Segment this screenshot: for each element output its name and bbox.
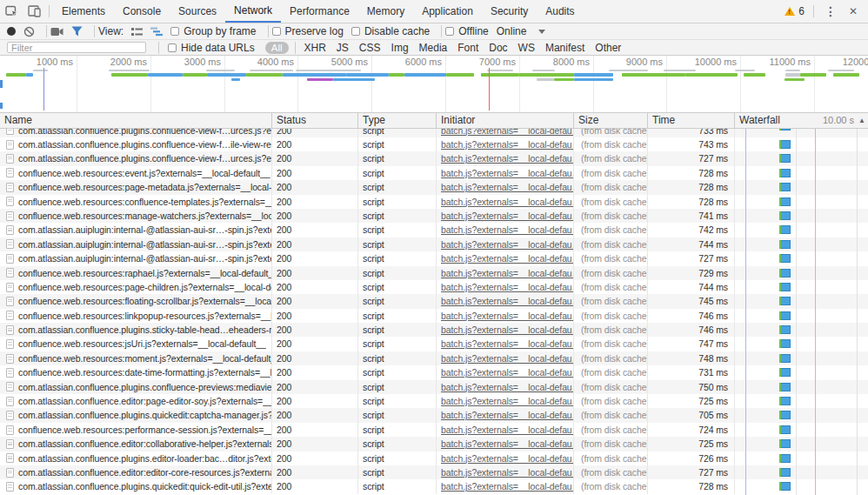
- waterfall-bar[interactable]: [779, 482, 791, 491]
- waterfall-bar[interactable]: [779, 129, 791, 130]
- tab-network[interactable]: Network: [225, 0, 281, 23]
- initiator-link[interactable]: batch.js?externals=__local-defau…: [441, 410, 574, 420]
- waterfall-bar[interactable]: [779, 425, 791, 434]
- table-row[interactable]: com.atlassian.confluence.plugins.conflue…: [0, 137, 868, 151]
- waterfall-bar[interactable]: [779, 225, 791, 234]
- initiator-link[interactable]: batch.js?externals=__local-defau…: [441, 239, 574, 250]
- initiator-link[interactable]: batch.js?externals=__local-defau…: [441, 353, 574, 364]
- table-row[interactable]: com.atlassian.confluence.editor:collabor…: [0, 437, 868, 451]
- initiator-link[interactable]: batch.js?externals=__local-defau…: [441, 382, 574, 392]
- initiator-link[interactable]: batch.js?externals=__local-defau…: [441, 438, 574, 449]
- initiator-link[interactable]: batch.js?externals=__local-defau…: [441, 211, 574, 221]
- waterfall-bar[interactable]: [779, 183, 791, 191]
- view-waterfall-button[interactable]: [150, 27, 163, 37]
- table-row[interactable]: com.atlassian.confluence.plugins.conflue…: [0, 380, 868, 394]
- initiator-link[interactable]: batch.js?externals=__local-defau…: [441, 168, 574, 178]
- column-header-status[interactable]: Status: [272, 113, 358, 128]
- table-row[interactable]: com.atlassian.confluence.plugins.editor-…: [0, 452, 868, 465]
- initiator-link[interactable]: batch.js?externals=__local-defau…: [441, 453, 574, 464]
- initiator-link[interactable]: batch.js?externals=__local-defau…: [441, 367, 574, 378]
- waterfall-bar[interactable]: [779, 368, 791, 377]
- table-row[interactable]: com.atlassian.confluence.plugins.quicked…: [0, 479, 868, 493]
- tab-elements[interactable]: Elements: [53, 0, 114, 23]
- table-row[interactable]: confluence.web.resources:confluence-temp…: [0, 195, 868, 209]
- waterfall-bar[interactable]: [779, 197, 791, 206]
- table-row[interactable]: com.atlassian.confluence.plugins.sticky-…: [0, 323, 868, 337]
- offline-checkbox[interactable]: Offline: [445, 25, 488, 37]
- preserve-log-checkbox[interactable]: Preserve log: [272, 25, 344, 37]
- throttling-dropdown[interactable]: Online: [497, 25, 546, 37]
- hide-data-urls-checkbox[interactable]: Hide data URLs: [168, 42, 255, 54]
- table-row[interactable]: confluence.web.resources:page-metadata.j…: [0, 180, 868, 194]
- filter-type-img[interactable]: Img: [391, 42, 409, 54]
- initiator-link[interactable]: batch.js?externals=__local-defau…: [441, 129, 574, 136]
- capture-screenshots-button[interactable]: [50, 27, 63, 37]
- table-row[interactable]: confluence.web.resources:jsUri.js?extern…: [0, 337, 868, 351]
- waterfall-bar[interactable]: [779, 354, 791, 363]
- tab-audits[interactable]: Audits: [537, 0, 583, 23]
- table-row[interactable]: com.atlassian.confluence.plugins.quicked…: [0, 408, 868, 422]
- table-row[interactable]: confluence.web.resources:linkpopup-resou…: [0, 309, 868, 323]
- initiator-link[interactable]: batch.js?externals=__local-defau…: [441, 197, 574, 207]
- tab-console[interactable]: Console: [114, 0, 170, 23]
- tab-application[interactable]: Application: [413, 0, 482, 23]
- initiator-link[interactable]: batch.js?externals=__local-defau…: [441, 282, 574, 292]
- initiator-link[interactable]: batch.js?externals=__local-defau…: [441, 481, 574, 492]
- record-button[interactable]: [7, 27, 16, 36]
- column-header-time[interactable]: Time: [648, 113, 735, 128]
- filter-type-ws[interactable]: WS: [518, 42, 535, 54]
- table-row[interactable]: com.atlassian.confluence.editor:page-edi…: [0, 394, 868, 408]
- waterfall-bar[interactable]: [779, 254, 791, 263]
- filter-type-js[interactable]: JS: [337, 42, 349, 54]
- waterfall-bar[interactable]: [779, 297, 791, 305]
- kebab-menu-icon[interactable]: ⋮: [818, 4, 844, 18]
- filter-input[interactable]: [7, 42, 146, 53]
- waterfall-bar[interactable]: [779, 468, 791, 477]
- filter-toggle-button[interactable]: [71, 26, 83, 37]
- filter-type-css[interactable]: CSS: [359, 42, 381, 54]
- table-row[interactable]: confluence.web.resources:event.js?extern…: [0, 166, 868, 180]
- group-by-frame-checkbox[interactable]: Group by frame: [170, 25, 256, 37]
- device-toolbar-icon[interactable]: [23, 0, 45, 23]
- waterfall-bar[interactable]: [779, 169, 791, 177]
- waterfall-bar[interactable]: [779, 397, 791, 405]
- table-row[interactable]: com.atlassian.auiplugin:internal-@atlass…: [0, 251, 868, 265]
- initiator-link[interactable]: batch.js?externals=__local-defau…: [441, 224, 574, 235]
- column-header-initiator[interactable]: Initiator: [437, 113, 574, 128]
- waterfall-bar[interactable]: [779, 240, 791, 249]
- table-row[interactable]: com.atlassian.auiplugin:internal-@atlass…: [0, 237, 868, 251]
- waterfall-bar[interactable]: [779, 269, 791, 278]
- table-row[interactable]: confluence.web.resources:manage-watchers…: [0, 209, 868, 223]
- table-row[interactable]: com.atlassian.auiplugin:internal-@atlass…: [0, 223, 868, 237]
- tab-sources[interactable]: Sources: [170, 0, 225, 23]
- initiator-link[interactable]: batch.js?externals=__local-defau…: [441, 182, 574, 192]
- column-header-waterfall[interactable]: Waterfall 10.00 s ▲: [735, 113, 868, 128]
- initiator-link[interactable]: batch.js?externals=__local-defau…: [441, 338, 574, 349]
- initiator-link[interactable]: batch.js?externals=__local-defau…: [441, 253, 574, 264]
- scroll-up-arrow-icon[interactable]: ▲: [858, 117, 865, 125]
- filter-type-doc[interactable]: Doc: [489, 42, 507, 54]
- initiator-link[interactable]: batch.js?externals=__local-defau…: [441, 139, 574, 150]
- column-header-type[interactable]: Type: [358, 113, 437, 128]
- waterfall-bar[interactable]: [779, 325, 791, 334]
- waterfall-bar[interactable]: [779, 311, 791, 320]
- filter-type-manifest[interactable]: Manifest: [545, 42, 584, 54]
- console-warnings-badge[interactable]: 6: [785, 5, 805, 17]
- initiator-link[interactable]: batch.js?externals=__local-defau…: [441, 296, 574, 306]
- waterfall-bar[interactable]: [779, 154, 791, 163]
- view-list-button[interactable]: [131, 27, 143, 37]
- table-row[interactable]: confluence.web.resources:date-time-forma…: [0, 365, 868, 379]
- column-header-name[interactable]: Name: [0, 113, 272, 128]
- waterfall-bar[interactable]: [779, 339, 791, 348]
- waterfall-bar[interactable]: [779, 439, 791, 448]
- filter-type-xhr[interactable]: XHR: [304, 42, 326, 54]
- waterfall-bar[interactable]: [779, 411, 791, 419]
- table-row[interactable]: confluence.web.resources:raphael.js?exte…: [0, 266, 868, 280]
- tab-security[interactable]: Security: [482, 0, 537, 23]
- table-row[interactable]: confluence.web.resources:moment.js?exter…: [0, 351, 868, 365]
- filter-type-other[interactable]: Other: [595, 42, 621, 54]
- table-row[interactable]: confluence.web.resources:floating-scroll…: [0, 294, 868, 308]
- close-icon[interactable]: ✕: [844, 5, 863, 17]
- table-row[interactable]: com.atlassian.confluence.plugins.conflue…: [0, 129, 868, 137]
- filter-type-media[interactable]: Media: [419, 42, 448, 54]
